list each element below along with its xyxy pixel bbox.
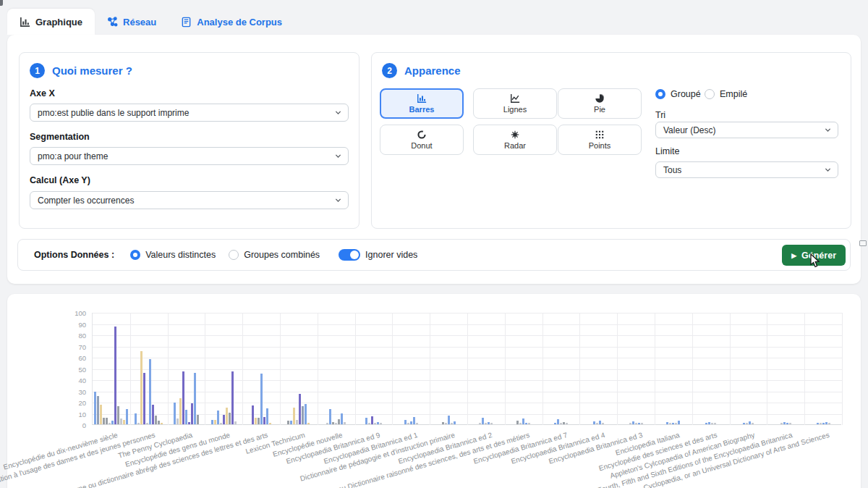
chevron-down-icon [825, 167, 831, 173]
bar [293, 408, 295, 424]
bar [596, 423, 598, 424]
ignorer-vides-toggle[interactable] [339, 249, 360, 261]
mode-groupe-radio[interactable]: Groupé [655, 89, 701, 99]
chart-plot [92, 313, 841, 425]
bar [341, 413, 343, 424]
bar [416, 423, 418, 424]
bar [669, 423, 671, 424]
chart-type-donut-button[interactable]: Donut [380, 125, 464, 155]
step-1-badge: 1 [30, 63, 45, 78]
bar [522, 418, 524, 424]
scatter-points-icon [595, 130, 605, 140]
gridline [617, 313, 618, 425]
edge-artifact [859, 240, 867, 246]
bar [593, 421, 595, 424]
bar [223, 415, 225, 424]
segmentation-select[interactable]: pmo:a pour theme [30, 147, 349, 165]
gridline [467, 313, 468, 425]
bar [454, 421, 456, 424]
bar [188, 422, 190, 424]
bar [566, 423, 568, 424]
bar [525, 423, 527, 424]
chart-type-label: Donut [411, 141, 432, 150]
chart-type-pie-button[interactable]: Pie [558, 88, 642, 119]
tab-reseau[interactable]: Réseau [95, 9, 169, 35]
y-tick-label: 10 [57, 411, 86, 418]
bar [820, 423, 822, 424]
mode-empile-label: Empilé [720, 89, 747, 99]
toggle-knob [350, 251, 359, 259]
gridline [505, 313, 506, 425]
appearance-panel-title: Apparence [404, 64, 461, 77]
axe-x-select[interactable]: pmo:est publie dans le support imprime [30, 104, 349, 122]
measure-panel: 1 Quoi mesurer ? Axe X pmo:est publie da… [19, 52, 359, 229]
bar [111, 421, 114, 424]
chart-type-points-button[interactable]: Points [558, 125, 642, 155]
valeurs-distinctes-radio[interactable]: Valeurs distinctes [130, 250, 216, 260]
tri-select[interactable]: Valeur (Desc) [655, 122, 838, 138]
radio-unselected-icon [705, 89, 715, 99]
bar [106, 418, 108, 424]
bar [519, 423, 522, 424]
tab-graphique[interactable]: Graphique [7, 9, 95, 35]
chart-type-radar-button[interactable]: Radar [473, 125, 557, 155]
gridline [767, 313, 767, 425]
bar [822, 423, 825, 424]
groupes-combines-radio[interactable]: Groupes combinés [229, 250, 320, 260]
gridline [842, 313, 843, 425]
bar [490, 423, 493, 424]
bar [214, 420, 216, 424]
calcul-select[interactable]: Compter les occurrences [30, 191, 349, 209]
bar [368, 423, 370, 424]
y-tick-label: 50 [57, 366, 86, 374]
bar [638, 423, 640, 424]
bar [146, 423, 148, 424]
bar [711, 423, 713, 424]
bar [629, 423, 631, 424]
y-tick-label: 60 [57, 354, 86, 362]
gridline [242, 313, 243, 425]
bar [563, 422, 565, 424]
bar [371, 416, 373, 424]
mode-empile-radio[interactable]: Empilé [705, 89, 747, 99]
bar [602, 423, 604, 424]
bar [94, 392, 96, 424]
window-corner-artifact [0, 0, 3, 6]
bar [269, 423, 271, 424]
tab-analyse-corpus[interactable]: Analyse de Corpus [169, 9, 294, 35]
bar [672, 423, 674, 424]
donut-chart-icon [417, 130, 427, 140]
pie-chart-icon [595, 93, 605, 104]
line-chart-icon [510, 93, 520, 104]
bar [229, 413, 231, 424]
gridline [355, 313, 356, 425]
bar [117, 406, 119, 424]
limite-select[interactable]: Tous [655, 161, 838, 178]
y-tick-label: 100 [57, 309, 86, 317]
bar [266, 408, 268, 424]
gridline [130, 313, 131, 425]
radio-unselected-icon [229, 250, 239, 260]
gridline [655, 313, 655, 425]
bar [817, 423, 819, 424]
bar [217, 411, 219, 424]
gridline [168, 313, 169, 425]
bar [182, 371, 184, 424]
chart-type-lignes-button[interactable]: Lignes [473, 88, 557, 119]
bar [377, 422, 379, 424]
bar [482, 418, 484, 424]
tab-label: Analyse de Corpus [197, 17, 282, 28]
bar [678, 421, 680, 424]
gridline [542, 313, 543, 425]
chart-type-barres-button[interactable]: Barres [380, 88, 464, 119]
mouse-cursor [810, 253, 820, 268]
bar [516, 421, 519, 424]
bar [632, 421, 634, 424]
bar [234, 421, 237, 424]
bar [263, 417, 265, 424]
bar [786, 423, 788, 424]
bar [407, 423, 409, 424]
bar [404, 420, 407, 424]
bar [220, 423, 222, 424]
bar [635, 423, 637, 424]
